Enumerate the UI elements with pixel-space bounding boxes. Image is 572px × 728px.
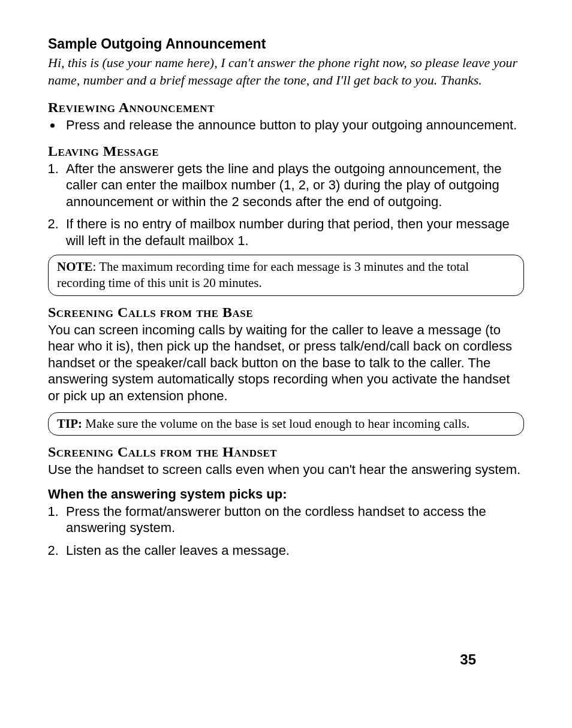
page-number: 35 xyxy=(460,651,476,668)
reviewing-bullet-1: Press and release the announce button to… xyxy=(62,117,524,134)
note-text: : The maximum recording time for each me… xyxy=(57,259,469,290)
screening-base-heading: Screening Calls from the Base xyxy=(48,304,524,321)
leaving-message-item-2: If there is no entry of mailbox number d… xyxy=(62,216,524,249)
tip-text: Make sure the volume on the base is set … xyxy=(82,416,469,431)
leaving-message-heading: Leaving Message xyxy=(48,143,524,159)
tip-label: TIP: xyxy=(57,416,82,431)
note-box-recording-time: NOTE: The maximum recording time for eac… xyxy=(48,255,524,296)
when-answering-heading: When the answering system picks up: xyxy=(48,487,524,502)
answering-item-1: Press the format/answerer button on the … xyxy=(62,503,524,536)
answering-item-2: Listen as the caller leaves a message. xyxy=(62,542,524,559)
reviewing-announcement-heading: Reviewing Announcement xyxy=(48,99,524,116)
sample-outgoing-text: Hi, this is (use your name here), I can'… xyxy=(48,55,524,89)
screening-base-para: You can screen incoming calls by waiting… xyxy=(48,322,524,404)
screening-handset-heading: Screening Calls from the Handset xyxy=(48,444,524,460)
note-label: NOTE xyxy=(57,259,93,274)
leaving-message-item-1: After the answerer gets the line and pla… xyxy=(62,161,524,210)
tip-box-volume: TIP: Make sure the volume on the base is… xyxy=(48,412,524,436)
screening-handset-para: Use the handset to screen calls even whe… xyxy=(48,461,524,478)
sample-outgoing-heading: Sample Outgoing Announcement xyxy=(48,36,524,52)
